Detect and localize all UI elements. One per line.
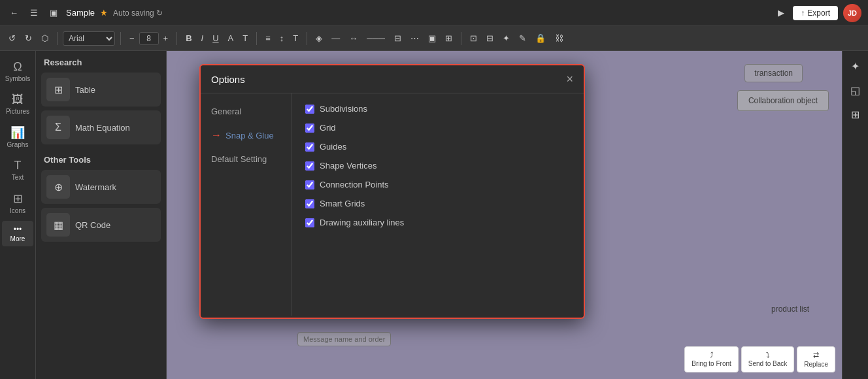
checkbox-guides[interactable]: Guides: [305, 142, 571, 152]
dialog-close-button[interactable]: ×: [566, 73, 573, 85]
size-button[interactable]: ⊟: [483, 31, 497, 45]
edit-button[interactable]: ✎: [516, 31, 529, 45]
sidebar-item-text[interactable]: T Text: [2, 155, 33, 185]
back-button[interactable]: ←: [7, 6, 22, 20]
toolbar: ↺ ↻ ⬡ Arial − + B I U A T ≡ ↕ T ◈ — ↔ ──…: [0, 26, 868, 51]
panel-item-watermark[interactable]: ⊕ Watermark: [41, 170, 161, 204]
checkbox-subdivisions[interactable]: Subdivisions: [305, 104, 571, 114]
table-icon: ⊞: [46, 78, 70, 101]
panel-section-other-tools: Other Tools: [44, 155, 161, 165]
sidebar-item-symbols[interactable]: Ω Symbols: [2, 56, 33, 86]
toolbar-separator-5: [307, 32, 307, 45]
undo-button[interactable]: ↺: [5, 31, 19, 45]
symbols-icon: Ω: [13, 60, 22, 74]
more-options-button[interactable]: ⋯: [407, 31, 422, 45]
rs-sparkle-button[interactable]: ✦: [847, 56, 863, 76]
send-to-back-button[interactable]: ⤵ Send to Back: [741, 346, 794, 372]
canvas-area[interactable]: transaction Collaboration object product…: [167, 51, 842, 379]
line-color-button[interactable]: —: [328, 31, 343, 45]
sidebar-item-more[interactable]: ••• More: [2, 221, 33, 246]
dialog-nav-general[interactable]: General: [201, 100, 292, 123]
watermark-icon: ⊕: [46, 175, 70, 199]
panel-item-math-equation[interactable]: Σ Math Equation: [41, 110, 161, 144]
panel-item-table[interactable]: ⊞ Table: [41, 73, 161, 107]
sidebar-label-symbols: Symbols: [5, 75, 30, 82]
toolbar-separator-1: [57, 32, 58, 45]
frame-button[interactable]: ▣: [425, 31, 439, 45]
text-format-button[interactable]: T: [290, 31, 301, 45]
pictures-icon: 🖼: [12, 93, 24, 107]
sidebar-item-pictures[interactable]: 🖼 Pictures: [2, 89, 33, 119]
style-button[interactable]: ⬡: [38, 31, 52, 45]
dialog-title: Options: [211, 74, 245, 85]
toolbar-separator-3: [176, 32, 177, 45]
icons-icon: ⊞: [13, 191, 23, 206]
position-button[interactable]: ⊡: [467, 31, 480, 45]
sidebar-label-icons: Icons: [10, 207, 25, 214]
dialog-body: General → Snap & Glue Default Setting: [201, 93, 584, 316]
rs-shape-button[interactable]: ◱: [846, 80, 864, 101]
line-spacing-button[interactable]: ↕: [276, 31, 288, 45]
math-icon: Σ: [46, 116, 70, 139]
play-button[interactable]: ▶: [775, 6, 788, 20]
options-dialog: Options × General → Snap & Glue: [199, 64, 585, 319]
dialog-header: Options ×: [201, 65, 584, 93]
rotate-button[interactable]: ✦: [499, 31, 513, 45]
font-size-control: − +: [126, 31, 171, 45]
fill-button[interactable]: ◈: [312, 31, 326, 45]
text-bg-button[interactable]: T: [239, 31, 251, 45]
user-avatar[interactable]: JD: [843, 4, 861, 22]
doc-title: Sample: [66, 8, 95, 18]
line-style-button[interactable]: ───: [363, 31, 388, 45]
doc-icon[interactable]: ▣: [46, 6, 61, 20]
checkbox-shape-vertices-input[interactable]: [305, 161, 314, 171]
align-button[interactable]: ≡: [262, 31, 274, 45]
star-icon[interactable]: ★: [100, 8, 108, 18]
font-size-increase[interactable]: +: [160, 31, 172, 45]
rs-grid-button[interactable]: ⊞: [847, 105, 863, 125]
bring-to-front-button[interactable]: ⤴ Bring to Front: [684, 346, 739, 372]
auto-saving-status: Auto saving ↻: [113, 8, 163, 18]
arrow-style-button[interactable]: ↔: [346, 31, 361, 45]
overlay-button[interactable]: ⊞: [442, 31, 456, 45]
font-color-button[interactable]: A: [225, 31, 237, 45]
link-button[interactable]: ⛓: [552, 31, 567, 45]
checkbox-grid[interactable]: Grid: [305, 123, 571, 133]
underline-button[interactable]: U: [209, 31, 222, 45]
bring-to-front-label: Bring to Front: [692, 360, 731, 367]
font-size-input[interactable]: [139, 32, 159, 45]
dialog-nav-default-setting[interactable]: Default Setting: [201, 148, 292, 171]
font-size-decrease[interactable]: −: [126, 31, 138, 45]
export-button[interactable]: ↑ Export: [793, 6, 838, 20]
redo-button[interactable]: ↻: [22, 31, 35, 45]
checkbox-smart-grids-input[interactable]: [305, 199, 314, 208]
font-family-select[interactable]: Arial: [63, 31, 115, 46]
checkbox-connection-points-input[interactable]: [305, 180, 314, 190]
dialog-nav-snap-glue[interactable]: → Snap & Glue: [201, 123, 292, 148]
checkbox-guides-input[interactable]: [305, 142, 314, 152]
right-sidebar: ✦ ◱ ⊞: [842, 51, 868, 379]
menu-button[interactable]: ☰: [27, 6, 41, 20]
italic-button[interactable]: I: [198, 31, 207, 45]
checkbox-drawing-aux[interactable]: Drawing auxiliary lines: [305, 218, 571, 227]
text-icon: T: [14, 159, 22, 173]
checkbox-subdivisions-label: Subdivisions: [320, 104, 367, 114]
checkbox-subdivisions-input[interactable]: [305, 105, 314, 114]
lock-button[interactable]: 🔒: [532, 31, 549, 45]
checkbox-smart-grids[interactable]: Smart Grids: [305, 199, 571, 208]
checkbox-shape-vertices[interactable]: Shape Vertices: [305, 161, 571, 171]
border-style-button[interactable]: ⊟: [391, 31, 405, 45]
checkbox-drawing-aux-input[interactable]: [305, 218, 314, 227]
sidebar-item-icons[interactable]: ⊞ Icons: [2, 188, 33, 218]
panel-item-qrcode[interactable]: ▦ QR Code: [41, 208, 161, 242]
checkbox-grid-input[interactable]: [305, 124, 314, 133]
sidebar-label-text: Text: [12, 174, 24, 181]
table-label: Table: [75, 85, 95, 95]
checkbox-connection-points[interactable]: Connection Points: [305, 180, 571, 190]
math-equation-label: Math Equation: [75, 123, 130, 133]
dialog-nav: General → Snap & Glue Default Setting: [201, 93, 292, 316]
replace-button[interactable]: ⇄ Replace: [797, 346, 835, 372]
sidebar-item-graphs[interactable]: 📊 Graphs: [2, 122, 33, 152]
bold-button[interactable]: B: [182, 31, 195, 45]
panel-section-research: Research: [44, 58, 161, 67]
